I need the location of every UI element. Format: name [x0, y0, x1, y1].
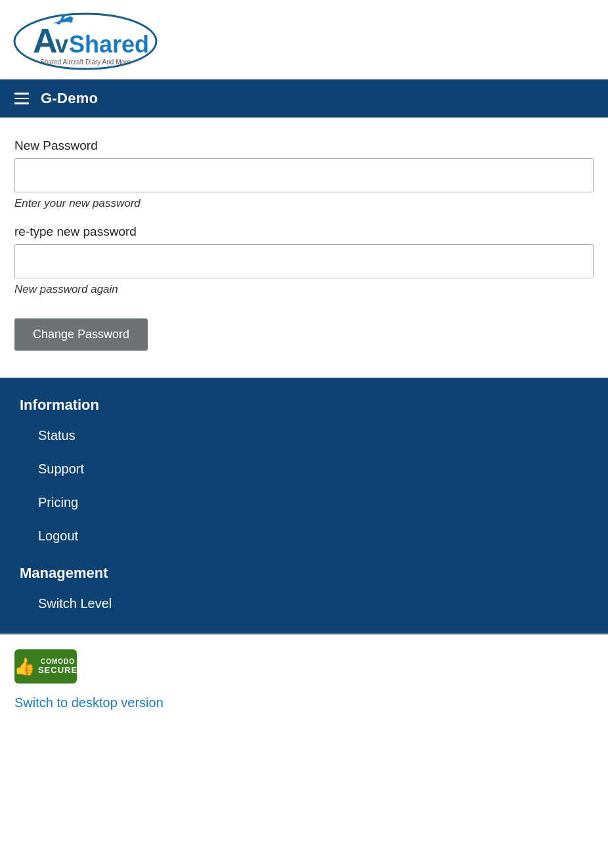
comodo-thumb-icon: 👍 [14, 657, 35, 677]
nav-menu-item-support[interactable]: Support [0, 452, 608, 486]
main-content: New Password Enter your new password re-… [0, 118, 608, 378]
new-password-label: New Password [14, 139, 594, 153]
comodo-badge-box: 👍 COMODO SECURE [14, 649, 77, 684]
comodo-label2: SECURE [38, 665, 77, 675]
new-password-hint: Enter your new password [14, 197, 594, 210]
retype-password-hint: New password again [14, 283, 594, 296]
comodo-badge: 👍 COMODO SECURE [14, 649, 594, 684]
svg-text:Shared: Shared [69, 31, 149, 58]
svg-text:Shared Aircraft Diary And More: Shared Aircraft Diary And More [40, 58, 131, 66]
nav-menu-item-status[interactable]: Status [0, 419, 608, 452]
nav-menu: InformationStatusSupportPricingLogoutMan… [0, 378, 608, 634]
desktop-version-link[interactable]: Switch to desktop version [14, 695, 163, 710]
new-password-input[interactable] [14, 158, 594, 192]
footer: 👍 COMODO SECURE Switch to desktop versio… [0, 634, 608, 730]
retype-password-label: re-type new password [14, 225, 594, 239]
svg-text:v: v [55, 31, 68, 58]
nav-menu-item-logout[interactable]: Logout [0, 519, 608, 553]
nav-section-header: Management [0, 553, 608, 587]
comodo-label1: COMODO [41, 658, 75, 665]
nav-section-header: Information [0, 385, 608, 419]
nav-menu-item-pricing[interactable]: Pricing [0, 486, 608, 519]
logo: A v Shared Shared Aircraft Diary And Mor… [13, 12, 158, 71]
navbar-title: G-Demo [41, 90, 98, 107]
change-password-button[interactable]: Change Password [14, 318, 148, 351]
logo-area: A v Shared Shared Aircraft Diary And Mor… [0, 0, 608, 79]
logo-container: A v Shared Shared Aircraft Diary And Mor… [13, 12, 595, 71]
svg-text:A: A [33, 22, 58, 60]
nav-menu-item-switch-level[interactable]: Switch Level [0, 587, 608, 620]
retype-password-input[interactable] [14, 244, 594, 278]
hamburger-icon[interactable] [14, 93, 29, 104]
navbar: G-Demo [0, 79, 608, 118]
